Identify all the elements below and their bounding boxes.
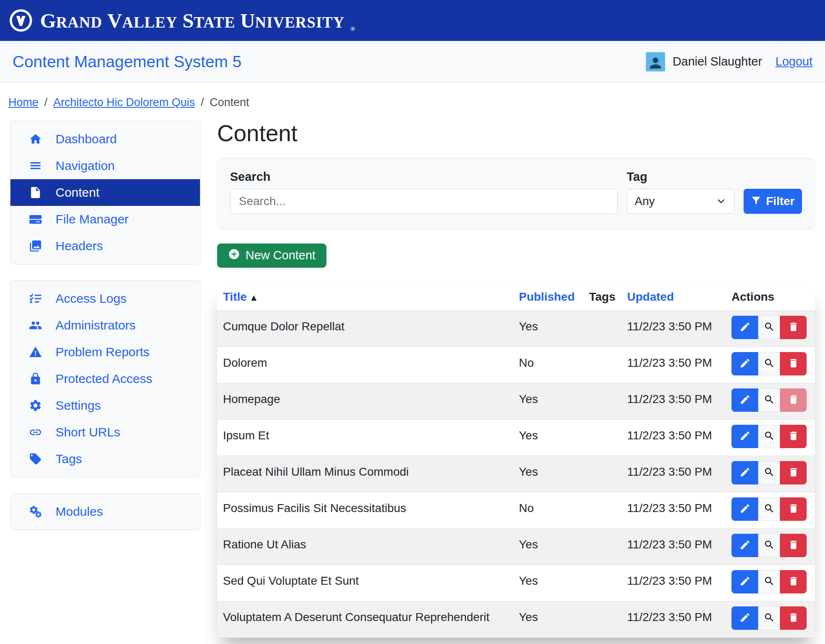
filter-button-label: Filter: [766, 195, 795, 208]
trash-icon: [788, 394, 799, 406]
sidebar-panel-2: Access LogsAdministratorsProblem Reports…: [10, 280, 200, 477]
sidebar-item-problem-reports[interactable]: Problem Reports: [10, 339, 200, 365]
sidebar-item-settings[interactable]: Settings: [10, 392, 200, 419]
wordmark-segment: STATE: [182, 9, 235, 33]
view-button[interactable]: [758, 352, 780, 375]
delete-button[interactable]: [780, 534, 807, 557]
edit-button[interactable]: [731, 425, 758, 448]
wordmark-segment: GRAND: [40, 9, 102, 33]
delete-button[interactable]: [780, 425, 807, 448]
view-button[interactable]: [758, 461, 780, 484]
view-button[interactable]: [758, 570, 780, 593]
sidebar: DashboardNavigationContentFile ManagerHe…: [10, 121, 200, 530]
delete-button[interactable]: [780, 316, 807, 339]
row-published: Yes: [513, 419, 583, 456]
breadcrumb-link-architecto-hic-dolorem-quis[interactable]: Architecto Hic Dolorem Quis: [53, 96, 195, 109]
edit-button[interactable]: [731, 316, 758, 339]
tag-label: Tag: [627, 170, 734, 184]
view-button[interactable]: [758, 425, 780, 448]
column-header-updated[interactable]: Updated: [627, 290, 674, 303]
row-tags: [583, 565, 621, 601]
table-row: Sed Qui Voluptate Et SuntYes11/2/23 3:50…: [217, 565, 815, 601]
magnifier-icon: [764, 612, 775, 624]
view-button[interactable]: [758, 316, 780, 339]
view-button[interactable]: [758, 388, 780, 412]
edit-button[interactable]: [731, 388, 758, 412]
breadcrumb-separator: /: [44, 96, 48, 109]
row-published: No: [513, 492, 583, 528]
edit-button[interactable]: [731, 352, 758, 375]
edit-button[interactable]: [731, 534, 758, 557]
magnifier-icon: [764, 576, 775, 588]
edit-button[interactable]: [731, 497, 758, 521]
row-tags: [583, 419, 621, 456]
main-layout: DashboardNavigationContentFile ManagerHe…: [0, 121, 825, 638]
trash-icon: [788, 503, 799, 515]
topbar: GRANDVALLEYSTATEUNIVERSITY®: [0, 0, 825, 41]
view-button[interactable]: [758, 497, 780, 521]
trash-icon: [788, 357, 799, 370]
breadcrumb-link-home[interactable]: Home: [8, 96, 38, 109]
column-header-title[interactable]: Title: [223, 290, 247, 303]
edit-button[interactable]: [731, 570, 758, 593]
view-button[interactable]: [758, 606, 780, 630]
table-row: Possimus Facilis Sit NecessitatibusNo11/…: [217, 492, 815, 528]
row-title: Voluptatem A Deserunt Consequatur Repreh…: [217, 601, 513, 637]
pencil-icon: [739, 321, 751, 334]
row-updated: 11/2/23 3:50 PM: [621, 347, 726, 383]
row-actions: [731, 497, 807, 521]
file-icon: [29, 186, 44, 199]
logout-link[interactable]: Logout: [775, 55, 812, 68]
sidebar-item-short-urls[interactable]: Short URLs: [10, 419, 200, 446]
filter-button[interactable]: Filter: [744, 189, 802, 214]
tag-field-group: Tag Any: [627, 170, 734, 214]
trash-icon: [788, 467, 799, 479]
delete-button[interactable]: [780, 606, 807, 630]
row-updated: 11/2/23 3:50 PM: [621, 492, 726, 528]
pencil-icon: [739, 467, 751, 479]
sidebar-item-modules[interactable]: Modules: [10, 498, 200, 525]
sidebar-item-dashboard[interactable]: Dashboard: [10, 126, 200, 152]
new-content-button[interactable]: New Content: [217, 243, 326, 268]
delete-button[interactable]: [780, 570, 807, 593]
sidebar-item-protected-access[interactable]: Protected Access: [10, 365, 200, 392]
trash-icon: [788, 612, 799, 624]
search-input[interactable]: [230, 189, 617, 214]
row-published: Yes: [513, 456, 583, 492]
breadcrumb-current: Content: [210, 96, 249, 109]
column-header-tags: Tags: [589, 290, 615, 303]
trash-icon: [788, 539, 799, 552]
content-table: Title▲PublishedTagsUpdatedActions Cumque…: [217, 286, 815, 638]
row-title: Dolorem: [217, 347, 513, 383]
magnifier-icon: [764, 467, 775, 479]
delete-button[interactable]: [780, 461, 807, 484]
row-published: Yes: [513, 310, 583, 347]
sidebar-item-navigation[interactable]: Navigation: [10, 152, 200, 179]
view-button[interactable]: [758, 534, 780, 557]
row-tags: [583, 310, 621, 347]
sidebar-item-headers[interactable]: Headers: [10, 233, 200, 259]
app-header: Content Management System 5 Daniel Slaug…: [0, 41, 825, 83]
app-title: Content Management System 5: [13, 53, 241, 71]
users-icon: [29, 319, 44, 332]
pencil-icon: [739, 430, 751, 443]
sidebar-item-content[interactable]: Content: [10, 179, 200, 206]
chevron-down-icon: [716, 196, 726, 207]
funnel-icon: [751, 195, 761, 208]
row-tags: [583, 456, 621, 492]
table-row: Cumque Dolor RepellatYes11/2/23 3:50 PM: [217, 310, 815, 347]
magnifier-icon: [764, 430, 775, 443]
registered-mark: ®: [350, 26, 354, 33]
sidebar-item-tags[interactable]: Tags: [10, 446, 200, 472]
sidebar-item-file-manager[interactable]: File Manager: [10, 206, 200, 233]
tag-select[interactable]: Any: [627, 189, 734, 214]
edit-button[interactable]: [731, 461, 758, 484]
delete-button[interactable]: [780, 497, 807, 521]
row-tags: [583, 492, 621, 528]
column-header-published[interactable]: Published: [519, 290, 575, 303]
sidebar-item-administrators[interactable]: Administrators: [10, 312, 200, 339]
tag-select-value: Any: [635, 195, 655, 208]
delete-button[interactable]: [780, 352, 807, 375]
edit-button[interactable]: [731, 606, 758, 630]
sidebar-item-access-logs[interactable]: Access Logs: [10, 285, 200, 312]
